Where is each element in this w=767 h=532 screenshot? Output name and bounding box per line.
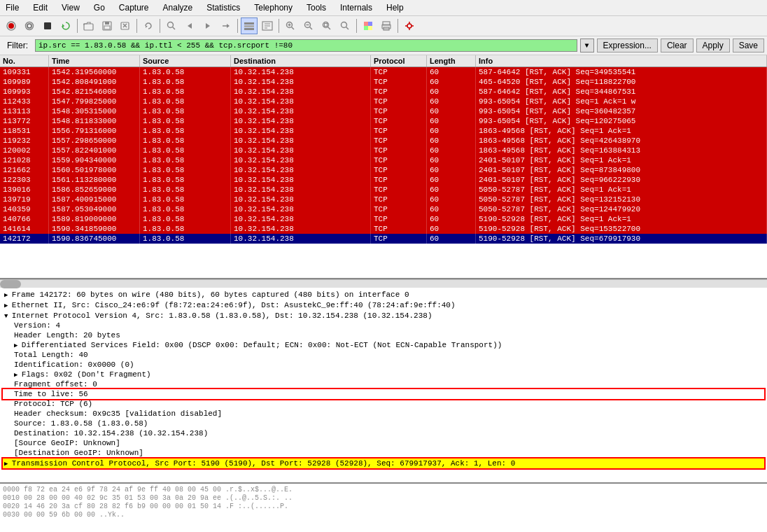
ip-detail-line[interactable]: Destination: 10.32.154.238 (10.32.154.23… <box>3 428 764 438</box>
menu-go[interactable]: Go <box>91 1 108 14</box>
cell-proto: TCP <box>371 165 427 175</box>
open-file-button[interactable] <box>80 18 97 34</box>
zoom-fit-button[interactable] <box>318 18 335 34</box>
packet-rows-container: 109331 1542.319560000 1.83.0.58 10.32.15… <box>0 67 767 244</box>
ip-detail-line[interactable]: [Destination GeoIP: Unknown] <box>3 448 764 458</box>
table-row[interactable]: 122303 1561.113280000 1.83.0.58 10.32.15… <box>0 175 767 185</box>
ip-detail-line[interactable]: Flags: 0x02 (Don't Fragment) <box>3 370 764 379</box>
expression-button[interactable]: Expression... <box>597 38 658 52</box>
table-row[interactable]: 119232 1557.298650000 1.83.0.58 10.32.15… <box>0 136 767 146</box>
table-row[interactable]: 140359 1587.953049000 1.83.0.58 10.32.15… <box>0 204 767 214</box>
colorize-button[interactable] <box>360 18 377 34</box>
stop-capture-button[interactable] <box>39 18 56 34</box>
apply-button[interactable]: Apply <box>696 38 730 52</box>
ip-detail-line[interactable]: Total Length: 40 <box>3 350 764 360</box>
tcp-line[interactable]: Transmission Control Protocol, Src Port:… <box>3 458 764 468</box>
save-button[interactable]: Save <box>733 38 764 52</box>
cell-time: 1559.904340000 <box>49 155 140 165</box>
menu-statistics[interactable]: Statistics <box>204 1 243 14</box>
ip-header-line[interactable]: Internet Protocol Version 4, Src: 1.83.0… <box>3 311 764 321</box>
table-row[interactable]: 113113 1548.305315000 1.83.0.58 10.32.15… <box>0 106 767 116</box>
ip-detail-line[interactable]: Identification: 0x0000 (0) <box>3 360 764 370</box>
zoom-out-button[interactable] <box>300 18 317 34</box>
frame-detail: Frame 142172: 60 bytes on wire (480 bits… <box>3 290 764 300</box>
ip-detail-line[interactable]: Version: 4 <box>3 321 764 330</box>
close-file-button[interactable] <box>117 18 134 34</box>
save-file-button[interactable] <box>99 18 115 34</box>
ip-detail-line[interactable]: Header Length: 20 bytes <box>3 330 764 340</box>
start-capture-button[interactable] <box>3 18 20 34</box>
packet-list[interactable]: No. Time Source Destination Protocol Len… <box>0 55 767 279</box>
col-protocol: Protocol <box>371 55 427 66</box>
menu-analyze[interactable]: Analyze <box>160 1 196 14</box>
ip-detail-line[interactable]: [Source GeoIP: Unknown] <box>3 438 764 448</box>
capture-options-button[interactable] <box>21 18 38 34</box>
horizontal-scrollbar[interactable] <box>0 279 767 288</box>
menu-tools[interactable]: Tools <box>304 1 329 14</box>
next-packet-button[interactable] <box>199 18 216 34</box>
zoom-in-button[interactable] <box>282 18 299 34</box>
reload-button[interactable] <box>140 18 157 34</box>
ip-detail-line[interactable]: Fragment offset: 0 <box>3 379 764 389</box>
restart-capture-button[interactable] <box>57 18 74 34</box>
detail-pane[interactable]: Frame 142172: 60 bytes on wire (480 bits… <box>0 288 767 484</box>
cell-no: 121028 <box>0 155 49 165</box>
table-row[interactable]: 112433 1547.799825000 1.83.0.58 10.32.15… <box>0 97 767 106</box>
table-row[interactable]: 140766 1589.819009000 1.83.0.58 10.32.15… <box>0 214 767 224</box>
cell-proto: TCP <box>371 175 427 185</box>
zoom-normal-button[interactable] <box>337 18 353 34</box>
table-row[interactable]: 120002 1557.822401000 1.83.0.58 10.32.15… <box>0 146 767 155</box>
preferences-button[interactable] <box>401 18 418 34</box>
goto-packet-button[interactable] <box>218 18 234 34</box>
ip-detail-line[interactable]: Header checksum: 0x9c35 [validation disa… <box>3 409 764 419</box>
table-row[interactable]: 118531 1556.791316000 1.83.0.58 10.32.15… <box>0 126 767 136</box>
cell-no: 141614 <box>0 224 49 234</box>
table-row[interactable]: 109989 1542.808491000 1.83.0.58 10.32.15… <box>0 77 767 87</box>
menu-internals[interactable]: Internals <box>337 1 375 14</box>
table-row[interactable]: 113772 1548.811833000 1.83.0.58 10.32.15… <box>0 116 767 126</box>
svg-rect-9 <box>104 26 110 29</box>
cell-len: 60 <box>427 155 476 165</box>
toolbar-separator-3 <box>160 19 160 33</box>
cell-dst: 10.32.154.238 <box>231 106 371 116</box>
cell-len: 60 <box>427 195 476 204</box>
cell-len: 60 <box>427 67 476 77</box>
menu-telephony[interactable]: Telephony <box>251 1 295 14</box>
filter-dropdown-button[interactable]: ▼ <box>580 38 594 52</box>
ip-detail-line[interactable]: Protocol: TCP (6) <box>3 399 764 409</box>
col-time: Time <box>49 55 140 66</box>
menu-edit[interactable]: Edit <box>30 1 50 14</box>
cell-no: 109993 <box>0 87 49 97</box>
table-row[interactable]: 109993 1542.821546000 1.83.0.58 10.32.15… <box>0 87 767 97</box>
svg-marker-16 <box>188 23 192 29</box>
menu-file[interactable]: File <box>3 1 22 14</box>
cell-dst: 10.32.154.238 <box>231 165 371 175</box>
menu-view[interactable]: View <box>59 1 83 14</box>
cell-len: 60 <box>427 77 476 87</box>
frame-line[interactable]: Frame 142172: 60 bytes on wire (480 bits… <box>3 290 764 300</box>
toolbar-separator-1 <box>77 19 78 33</box>
table-row[interactable]: 139719 1587.400915000 1.83.0.58 10.32.15… <box>0 195 767 204</box>
table-row[interactable]: 142172 1590.836745000 1.83.0.58 10.32.15… <box>0 234 767 244</box>
ip-detail-line[interactable]: Differentiated Services Field: 0x00 (DSC… <box>3 340 764 350</box>
menu-capture[interactable]: Capture <box>116 1 152 14</box>
clear-button[interactable]: Clear <box>661 38 694 52</box>
ethernet-line[interactable]: Ethernet II, Src: Cisco_24:e6:9f (f8:72:… <box>3 300 764 310</box>
find-packet-button[interactable] <box>163 18 180 34</box>
print-button[interactable] <box>378 18 395 34</box>
prev-packet-button[interactable] <box>181 18 198 34</box>
table-row[interactable]: 139016 1586.852659000 1.83.0.58 10.32.15… <box>0 185 767 195</box>
capture-list-button[interactable] <box>241 18 258 34</box>
menu-help[interactable]: Help <box>384 1 407 14</box>
capture-detail-button[interactable] <box>259 18 276 34</box>
table-row[interactable]: 109331 1542.319560000 1.83.0.58 10.32.15… <box>0 67 767 77</box>
cell-src: 1.83.0.58 <box>140 234 231 244</box>
table-row[interactable]: 121028 1559.904340000 1.83.0.58 10.32.15… <box>0 155 767 165</box>
ip-detail-line[interactable]: Time to live: 56 <box>3 389 764 399</box>
filter-input[interactable] <box>35 39 577 52</box>
ip-detail-line[interactable]: Source: 1.83.0.58 (1.83.0.58) <box>3 419 764 428</box>
table-row[interactable]: 121662 1560.501978000 1.83.0.58 10.32.15… <box>0 165 767 175</box>
cell-len: 60 <box>427 87 476 97</box>
table-row[interactable]: 141614 1590.341859000 1.83.0.58 10.32.15… <box>0 224 767 234</box>
cell-info: 993-65054 [RST, ACK] Seq=1 Ack=1 w <box>476 97 767 106</box>
